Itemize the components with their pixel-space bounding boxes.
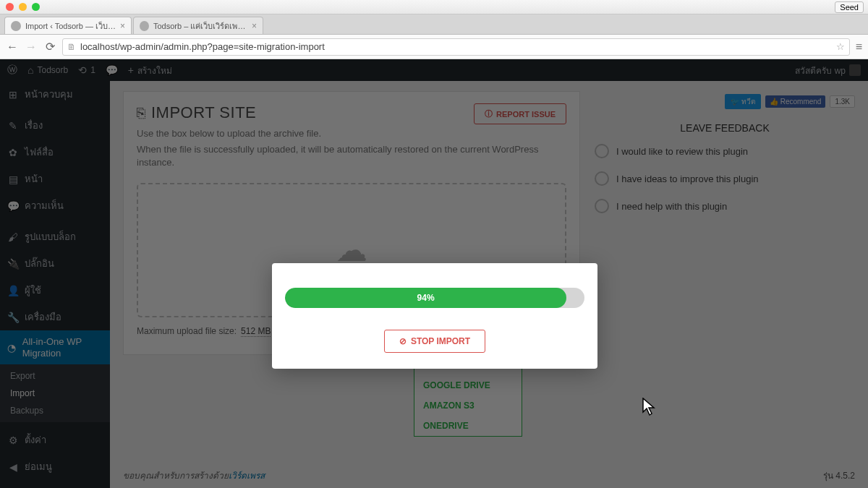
maximize-window-icon[interactable] [32, 3, 40, 11]
window-titlebar: Seed [0, 0, 868, 14]
mouse-cursor-icon [642, 398, 657, 421]
tab-title: Import ‹ Todsorb — เว็บ… [25, 20, 116, 33]
favicon-icon [11, 21, 21, 31]
url-text: localhost/wp-admin/admin.php?page=site-m… [80, 41, 325, 52]
progress-fill: 94% [285, 288, 566, 308]
stop-icon: ⊘ [399, 336, 407, 346]
bookmark-icon[interactable]: ☆ [836, 41, 845, 52]
browser-tab[interactable]: Todsorb – แค่เว็บเวิร์ดเพรส… × [133, 17, 263, 34]
tab-title: Todsorb – แค่เว็บเวิร์ดเพรส… [153, 20, 247, 33]
address-bar[interactable]: 🗎 localhost/wp-admin/admin.php?page=site… [62, 38, 850, 56]
back-icon[interactable]: ← [6, 40, 19, 53]
browser-toolbar: ← → ⟳ 🗎 localhost/wp-admin/admin.php?pag… [0, 35, 868, 59]
minimize-window-icon[interactable] [19, 3, 27, 11]
seed-button[interactable]: Seed [835, 1, 864, 13]
forward-icon[interactable]: → [25, 40, 38, 53]
close-window-icon[interactable] [6, 3, 14, 11]
favicon-icon [140, 21, 149, 31]
stop-import-button[interactable]: ⊘ STOP IMPORT [384, 330, 485, 353]
page-icon: 🗎 [67, 42, 76, 52]
import-progress-modal: 94% ⊘ STOP IMPORT [272, 263, 597, 369]
tab-close-icon[interactable]: × [252, 21, 257, 31]
progress-bar: 94% [285, 288, 584, 308]
browser-tabstrip: Import ‹ Todsorb — เว็บ… × Todsorb – แค่… [0, 14, 868, 35]
tab-close-icon[interactable]: × [120, 21, 125, 31]
browser-tab-active[interactable]: Import ‹ Todsorb — เว็บ… × [4, 17, 132, 34]
app-viewport: ⓦ ⌂Todsorb ⟲1 💬 +สร้างใหม่ สวัสดีครับ wp… [0, 59, 868, 488]
reload-icon[interactable]: ⟳ [43, 40, 56, 53]
menu-icon[interactable]: ≡ [856, 40, 862, 53]
